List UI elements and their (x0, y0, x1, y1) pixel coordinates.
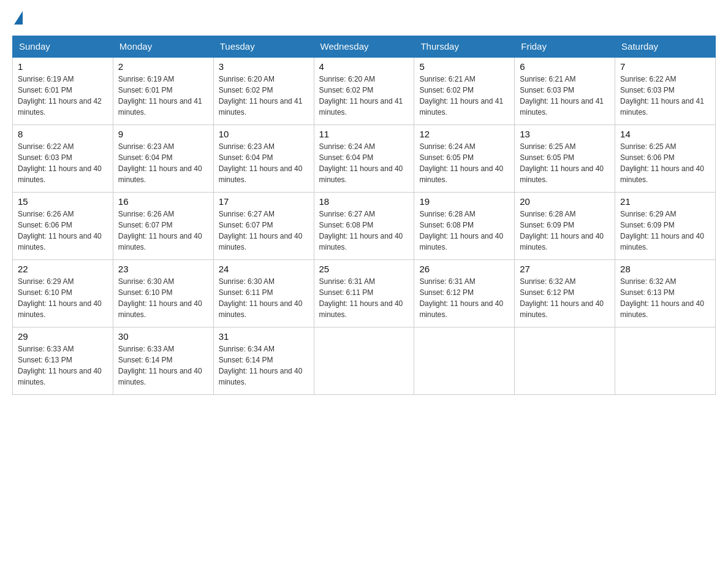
day-info: Sunrise: 6:21 AMSunset: 6:02 PMDaylight:… (419, 74, 509, 118)
calendar-day-cell: 17Sunrise: 6:27 AMSunset: 6:07 PMDayligh… (213, 192, 314, 259)
calendar-day-cell: 2Sunrise: 6:19 AMSunset: 6:01 PMDaylight… (113, 57, 213, 124)
calendar-day-cell: 29Sunrise: 6:33 AMSunset: 6:13 PMDayligh… (13, 327, 113, 394)
day-number: 20 (520, 196, 610, 207)
calendar-table: Sunday Monday Tuesday Wednesday Thursday… (12, 36, 716, 395)
day-number: 27 (520, 264, 610, 274)
day-info: Sunrise: 6:27 AMSunset: 6:07 PMDaylight:… (219, 209, 309, 253)
day-number: 12 (419, 129, 509, 139)
calendar-day-cell: 16Sunrise: 6:26 AMSunset: 6:07 PMDayligh… (113, 192, 213, 259)
page-header (12, 12, 716, 25)
calendar-day-cell: 21Sunrise: 6:29 AMSunset: 6:09 PMDayligh… (615, 192, 716, 259)
calendar-day-cell: 26Sunrise: 6:31 AMSunset: 6:12 PMDayligh… (414, 259, 515, 327)
calendar-day-cell: 28Sunrise: 6:32 AMSunset: 6:13 PMDayligh… (615, 259, 716, 327)
day-info: Sunrise: 6:26 AMSunset: 6:06 PMDaylight:… (18, 209, 108, 253)
calendar-day-cell: 5Sunrise: 6:21 AMSunset: 6:02 PMDaylight… (414, 57, 515, 124)
day-number: 26 (419, 264, 509, 274)
day-info: Sunrise: 6:28 AMSunset: 6:08 PMDaylight:… (419, 209, 509, 253)
day-number: 5 (419, 61, 509, 72)
calendar-day-cell: 15Sunrise: 6:26 AMSunset: 6:06 PMDayligh… (13, 192, 113, 259)
col-tuesday: Tuesday (213, 36, 314, 58)
day-info: Sunrise: 6:28 AMSunset: 6:09 PMDaylight:… (520, 209, 610, 253)
calendar-day-cell: 18Sunrise: 6:27 AMSunset: 6:08 PMDayligh… (314, 192, 414, 259)
calendar-day-cell: 22Sunrise: 6:29 AMSunset: 6:10 PMDayligh… (13, 259, 113, 327)
day-number: 15 (18, 196, 108, 207)
day-number: 30 (118, 331, 208, 342)
col-monday: Monday (113, 36, 213, 58)
day-number: 24 (219, 264, 309, 274)
calendar-week-row: 8Sunrise: 6:22 AMSunset: 6:03 PMDaylight… (13, 124, 716, 192)
calendar-day-cell: 7Sunrise: 6:22 AMSunset: 6:03 PMDaylight… (615, 57, 716, 124)
calendar-day-cell: 20Sunrise: 6:28 AMSunset: 6:09 PMDayligh… (515, 192, 615, 259)
calendar-day-cell: 6Sunrise: 6:21 AMSunset: 6:03 PMDaylight… (515, 57, 615, 124)
calendar-day-cell (314, 327, 414, 394)
day-info: Sunrise: 6:32 AMSunset: 6:12 PMDaylight:… (520, 276, 610, 320)
day-number: 11 (319, 129, 409, 139)
calendar-week-row: 22Sunrise: 6:29 AMSunset: 6:10 PMDayligh… (13, 259, 716, 327)
col-thursday: Thursday (414, 36, 515, 58)
day-info: Sunrise: 6:22 AMSunset: 6:03 PMDaylight:… (620, 74, 710, 118)
day-number: 13 (520, 129, 610, 139)
day-number: 2 (118, 61, 208, 72)
calendar-day-cell: 9Sunrise: 6:23 AMSunset: 6:04 PMDaylight… (113, 124, 213, 192)
day-info: Sunrise: 6:24 AMSunset: 6:04 PMDaylight:… (319, 141, 409, 185)
day-number: 23 (118, 264, 208, 274)
calendar-day-cell: 13Sunrise: 6:25 AMSunset: 6:05 PMDayligh… (515, 124, 615, 192)
day-info: Sunrise: 6:24 AMSunset: 6:05 PMDaylight:… (419, 141, 509, 185)
day-number: 25 (319, 264, 409, 274)
calendar-day-cell (515, 327, 615, 394)
day-info: Sunrise: 6:23 AMSunset: 6:04 PMDaylight:… (219, 141, 309, 185)
calendar-day-cell: 24Sunrise: 6:30 AMSunset: 6:11 PMDayligh… (213, 259, 314, 327)
calendar-day-cell: 10Sunrise: 6:23 AMSunset: 6:04 PMDayligh… (213, 124, 314, 192)
calendar-day-cell: 30Sunrise: 6:33 AMSunset: 6:14 PMDayligh… (113, 327, 213, 394)
calendar-week-row: 29Sunrise: 6:33 AMSunset: 6:13 PMDayligh… (13, 327, 716, 394)
day-info: Sunrise: 6:32 AMSunset: 6:13 PMDaylight:… (620, 276, 710, 320)
day-info: Sunrise: 6:22 AMSunset: 6:03 PMDaylight:… (18, 141, 108, 185)
calendar-week-row: 15Sunrise: 6:26 AMSunset: 6:06 PMDayligh… (13, 192, 716, 259)
calendar-day-cell: 27Sunrise: 6:32 AMSunset: 6:12 PMDayligh… (515, 259, 615, 327)
calendar-day-cell: 23Sunrise: 6:30 AMSunset: 6:10 PMDayligh… (113, 259, 213, 327)
day-info: Sunrise: 6:19 AMSunset: 6:01 PMDaylight:… (118, 74, 208, 118)
day-number: 10 (219, 129, 309, 139)
day-info: Sunrise: 6:21 AMSunset: 6:03 PMDaylight:… (520, 74, 610, 118)
day-number: 18 (319, 196, 409, 207)
day-number: 14 (620, 129, 710, 139)
day-info: Sunrise: 6:27 AMSunset: 6:08 PMDaylight:… (319, 209, 409, 253)
day-number: 31 (219, 331, 309, 342)
calendar-day-cell (615, 327, 716, 394)
day-info: Sunrise: 6:30 AMSunset: 6:10 PMDaylight:… (118, 276, 208, 320)
day-info: Sunrise: 6:20 AMSunset: 6:02 PMDaylight:… (219, 74, 309, 118)
day-info: Sunrise: 6:26 AMSunset: 6:07 PMDaylight:… (118, 209, 208, 253)
day-number: 8 (18, 129, 108, 139)
calendar-day-cell: 14Sunrise: 6:25 AMSunset: 6:06 PMDayligh… (615, 124, 716, 192)
day-number: 21 (620, 196, 710, 207)
logo-triangle-icon (14, 11, 23, 25)
day-number: 4 (319, 61, 409, 72)
day-number: 1 (18, 61, 108, 72)
calendar-day-cell: 4Sunrise: 6:20 AMSunset: 6:02 PMDaylight… (314, 57, 414, 124)
calendar-day-cell: 31Sunrise: 6:34 AMSunset: 6:14 PMDayligh… (213, 327, 314, 394)
day-info: Sunrise: 6:20 AMSunset: 6:02 PMDaylight:… (319, 74, 409, 118)
day-info: Sunrise: 6:25 AMSunset: 6:05 PMDaylight:… (520, 141, 610, 185)
calendar-day-cell: 8Sunrise: 6:22 AMSunset: 6:03 PMDaylight… (13, 124, 113, 192)
day-info: Sunrise: 6:23 AMSunset: 6:04 PMDaylight:… (118, 141, 208, 185)
day-number: 22 (18, 264, 108, 274)
day-info: Sunrise: 6:30 AMSunset: 6:11 PMDaylight:… (219, 276, 309, 320)
calendar-day-cell: 12Sunrise: 6:24 AMSunset: 6:05 PMDayligh… (414, 124, 515, 192)
day-info: Sunrise: 6:29 AMSunset: 6:09 PMDaylight:… (620, 209, 710, 253)
day-info: Sunrise: 6:31 AMSunset: 6:11 PMDaylight:… (319, 276, 409, 320)
day-number: 3 (219, 61, 309, 72)
day-number: 7 (620, 61, 710, 72)
calendar-week-row: 1Sunrise: 6:19 AMSunset: 6:01 PMDaylight… (13, 57, 716, 124)
day-info: Sunrise: 6:34 AMSunset: 6:14 PMDaylight:… (219, 343, 309, 388)
day-info: Sunrise: 6:33 AMSunset: 6:14 PMDaylight:… (118, 343, 208, 388)
logo (12, 12, 23, 25)
col-friday: Friday (515, 36, 615, 58)
day-number: 6 (520, 61, 610, 72)
day-number: 9 (118, 129, 208, 139)
day-info: Sunrise: 6:29 AMSunset: 6:10 PMDaylight:… (18, 276, 108, 320)
col-sunday: Sunday (13, 36, 113, 58)
calendar-day-cell (414, 327, 515, 394)
day-info: Sunrise: 6:19 AMSunset: 6:01 PMDaylight:… (18, 74, 108, 118)
day-number: 16 (118, 196, 208, 207)
day-number: 28 (620, 264, 710, 274)
